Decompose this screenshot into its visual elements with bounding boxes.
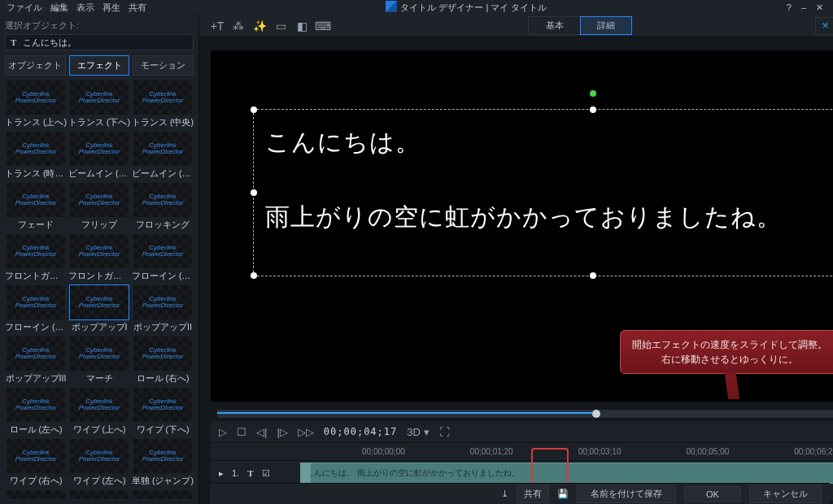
rotate-handle[interactable]: [590, 90, 596, 97]
effect-cell[interactable]: Cyberlink PowerDirectorワイプ (下へ): [132, 388, 194, 436]
effect-label: フローイン (左へ): [5, 322, 67, 333]
title-line-1[interactable]: こんにちは。: [265, 126, 421, 159]
effect-cell[interactable]: Cyberlink PowerDirectorマーチ: [68, 337, 130, 385]
tick-0: 00;00;00;00: [362, 447, 405, 456]
effect-cell[interactable]: Cyberlink PowerDirectorフェード: [5, 183, 67, 231]
mode-advanced[interactable]: 詳細: [580, 16, 632, 35]
tab-effect[interactable]: エフェクト: [69, 55, 130, 76]
resize-handle[interactable]: [251, 272, 257, 279]
effect-label: トランス (下へ): [68, 117, 130, 128]
ok-button[interactable]: OK: [684, 486, 741, 502]
effect-thumbnail: Cyberlink PowerDirector: [70, 337, 129, 371]
add-text-button[interactable]: +T: [207, 17, 227, 35]
cancel-button[interactable]: キャンセル: [749, 484, 822, 503]
resize-handle[interactable]: [251, 189, 257, 196]
menu-edit[interactable]: 編集: [50, 2, 68, 14]
effect-label: ロール (右へ): [132, 373, 194, 385]
effect-label: ロール (左へ): [5, 424, 67, 436]
transform-mode-icon[interactable]: ⤧: [816, 18, 833, 34]
effect-cell[interactable]: Cyberlink PowerDirectorトランス (下へ): [68, 80, 130, 128]
magic-button[interactable]: ✨: [250, 17, 269, 35]
row-visible-checkbox[interactable]: ☑: [262, 468, 270, 479]
selected-object-label: 選択オブジェクト:: [5, 20, 194, 32]
add-image-button[interactable]: ▭: [271, 17, 290, 35]
effect-cell[interactable]: Cyberlink PowerDirectorフローイン (左へ): [5, 285, 67, 333]
preview-canvas[interactable]: こんにちは。 雨上がりの空に虹がかかっておりましたね。 開始エフェクトの速度をス…: [211, 50, 833, 402]
effect-cell[interactable]: Cyberlink PowerDirectorトランス (時計…: [5, 132, 67, 180]
effect-label: ビームイン (下へ): [132, 168, 194, 180]
effect-cell[interactable]: Cyberlink PowerDirectorビームイン (下へ): [132, 132, 194, 180]
text-icon: T: [247, 468, 253, 478]
effect-thumbnail: Cyberlink PowerDirector: [7, 285, 65, 319]
menu-file[interactable]: ファイル: [7, 2, 42, 14]
help-button[interactable]: ?: [787, 2, 792, 13]
share-button[interactable]: 共有: [517, 484, 549, 503]
effect-thumbnail: Cyberlink PowerDirector: [7, 490, 65, 499]
close-button[interactable]: ✕: [816, 2, 823, 13]
subtitle-button[interactable]: ⌨: [313, 17, 333, 35]
effect-label: フローイン (右へ): [132, 271, 194, 282]
effect-cell[interactable]: Cyberlink PowerDirectorポップアップIII: [5, 337, 67, 385]
effect-cell[interactable]: Cyberlink PowerDirectorポップアップII: [132, 285, 194, 333]
tab-object[interactable]: オブジェクト: [5, 55, 66, 76]
title-line-2[interactable]: 雨上がりの空に虹がかかっておりましたね。: [265, 201, 782, 234]
effect-cell[interactable]: Cyberlink PowerDirectorフロントガラス (…: [5, 234, 67, 282]
menu-play[interactable]: 再生: [102, 2, 120, 14]
resize-handle[interactable]: [590, 272, 596, 279]
effect-cell[interactable]: Cyberlink PowerDirectorワイプ (左へ): [68, 439, 130, 487]
minimize-button[interactable]: –: [801, 2, 806, 13]
selected-object-input[interactable]: [21, 37, 188, 48]
prev-frame-button[interactable]: ◁|: [256, 426, 267, 438]
effect-cell[interactable]: Cyberlink PowerDirectorトランス (中央): [132, 80, 194, 128]
stop-button[interactable]: ☐: [237, 426, 246, 438]
effect-cell[interactable]: Cyberlink PowerDirector: [5, 490, 67, 499]
effect-preview-text: Cyberlink PowerDirector: [70, 398, 129, 411]
clip-handle-in[interactable]: [301, 463, 311, 484]
add-particle-button[interactable]: ⁂: [229, 17, 248, 35]
effect-cell[interactable]: Cyberlink PowerDirectorフロッキング: [132, 183, 194, 231]
effect-cell[interactable]: Cyberlink PowerDirectorロール (右へ): [132, 337, 194, 385]
resize-handle[interactable]: [590, 106, 596, 113]
scrubber-knob[interactable]: [592, 410, 600, 418]
selection-box[interactable]: こんにちは。 雨上がりの空に虹がかかっておりましたね。: [253, 109, 833, 276]
fullscreen-button[interactable]: ⛶: [439, 426, 450, 438]
menu-view[interactable]: 表示: [76, 2, 94, 14]
fast-forward-button[interactable]: ▷▷: [298, 426, 314, 438]
next-frame-button[interactable]: |▷: [277, 426, 287, 438]
effect-label: ワイプ (下へ): [132, 424, 194, 436]
resize-handle[interactable]: [251, 106, 257, 113]
effect-thumbnail: Cyberlink PowerDirector: [133, 337, 192, 371]
effect-cell[interactable]: Cyberlink PowerDirectorワイプ (右へ): [5, 439, 67, 487]
menu-share[interactable]: 共有: [129, 2, 146, 14]
add-bg-button[interactable]: ◧: [292, 17, 312, 35]
save-as-button[interactable]: 名前を付けて保存: [577, 484, 676, 503]
effect-cell[interactable]: Cyberlink PowerDirector: [68, 490, 130, 499]
save-icon[interactable]: 💾: [557, 489, 569, 499]
effect-cell[interactable]: Cyberlink PowerDirector: [132, 490, 194, 499]
effect-thumbnail: Cyberlink PowerDirector: [7, 337, 65, 371]
effect-preview-text: Cyberlink PowerDirector: [7, 398, 65, 411]
effect-label: トランス (上へ): [5, 117, 67, 128]
preview-scrubber[interactable]: [217, 410, 833, 418]
download-icon[interactable]: ⤓: [501, 489, 508, 499]
effect-preview-text: Cyberlink PowerDirector: [133, 398, 192, 411]
effect-thumbnail: Cyberlink PowerDirector: [7, 183, 65, 217]
play-button[interactable]: ▷: [219, 426, 227, 438]
effect-cell[interactable]: Cyberlink PowerDirectorポップアップI: [68, 285, 130, 333]
effect-cell[interactable]: Cyberlink PowerDirectorフローイン (右へ): [132, 234, 194, 282]
tab-motion[interactable]: モーション: [133, 55, 194, 76]
timeline-clip[interactable]: こんにちは。 雨上がりの空に虹がかかっておりましたね。: [300, 463, 833, 484]
effect-preview-text: Cyberlink PowerDirector: [133, 347, 192, 360]
effect-cell[interactable]: Cyberlink PowerDirectorワイプ (上へ): [68, 388, 130, 436]
mode-basic[interactable]: 基本: [529, 17, 581, 34]
effect-cell[interactable]: Cyberlink PowerDirectorフリップ: [68, 183, 130, 231]
window-title: タイトル デザイナー | マイ タイトル: [386, 1, 547, 14]
effect-cell[interactable]: Cyberlink PowerDirectorトランス (上へ): [5, 80, 67, 128]
effect-cell[interactable]: Cyberlink PowerDirector単独 (ジャンプ): [132, 439, 194, 487]
3d-toggle[interactable]: 3D ▾: [407, 426, 429, 438]
effect-cell[interactable]: Cyberlink PowerDirectorビームイン (上へ): [68, 132, 130, 180]
scrubber-progress: [217, 412, 592, 414]
effect-cell[interactable]: Cyberlink PowerDirectorフロントガラス (…: [68, 234, 130, 282]
row-expand-icon[interactable]: ▸: [219, 468, 224, 479]
effect-cell[interactable]: Cyberlink PowerDirectorロール (左へ): [5, 388, 67, 436]
